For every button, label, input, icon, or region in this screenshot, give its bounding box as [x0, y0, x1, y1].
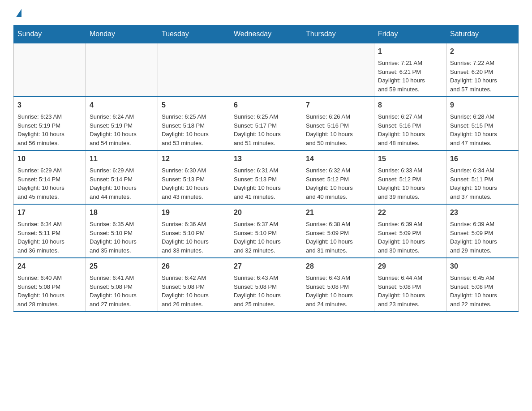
calendar-cell: [86, 43, 158, 97]
day-info: Sunrise: 6:32 AM: [306, 166, 370, 175]
day-info: Sunset: 5:09 PM: [306, 229, 370, 238]
day-info: Sunrise: 6:39 AM: [378, 220, 442, 229]
day-number: 6: [234, 100, 298, 111]
day-info: Sunrise: 6:41 AM: [90, 274, 154, 283]
day-info: Sunset: 5:14 PM: [90, 175, 154, 184]
day-info: and 41 minutes.: [234, 193, 298, 201]
logo-triangle-icon: [16, 9, 21, 17]
calendar-week-row: 3Sunrise: 6:23 AMSunset: 5:19 PMDaylight…: [14, 97, 519, 150]
day-number: 23: [450, 207, 515, 218]
day-info: and 51 minutes.: [234, 139, 298, 148]
day-info: Sunrise: 6:26 AM: [306, 112, 370, 121]
day-info: and 26 minutes.: [162, 300, 226, 309]
day-info: Sunrise: 6:34 AM: [450, 166, 515, 175]
day-info: Daylight: 10 hours: [234, 130, 298, 139]
calendar-cell: [14, 43, 86, 97]
calendar-cell: 6Sunrise: 6:25 AMSunset: 5:17 PMDaylight…: [230, 97, 302, 150]
day-info: Daylight: 10 hours: [90, 291, 154, 300]
day-info: Daylight: 10 hours: [378, 237, 442, 246]
day-info: Daylight: 10 hours: [306, 184, 370, 193]
day-header-tuesday: Tuesday: [158, 26, 230, 43]
day-info: Sunset: 6:20 PM: [450, 68, 515, 77]
day-info: Sunrise: 6:36 AM: [162, 220, 226, 229]
day-info: Daylight: 10 hours: [162, 184, 226, 193]
day-info: and 54 minutes.: [90, 139, 154, 148]
calendar-cell: 23Sunrise: 6:39 AMSunset: 5:09 PMDayligh…: [446, 204, 519, 258]
calendar-cell: 10Sunrise: 6:29 AMSunset: 5:14 PMDayligh…: [14, 150, 86, 204]
day-info: Sunrise: 6:34 AM: [17, 220, 82, 229]
day-info: Sunset: 5:08 PM: [17, 283, 82, 291]
calendar-header-row: SundayMondayTuesdayWednesdayThursdayFrid…: [14, 26, 519, 43]
calendar-cell: 13Sunrise: 6:31 AMSunset: 5:13 PMDayligh…: [230, 150, 302, 204]
day-number: 30: [450, 261, 515, 272]
calendar-cell: [302, 43, 374, 97]
day-info: Sunset: 5:16 PM: [306, 121, 370, 130]
day-info: Sunset: 6:21 PM: [378, 68, 442, 77]
day-number: 8: [378, 100, 442, 111]
day-info: Daylight: 10 hours: [90, 130, 154, 139]
calendar-cell: 16Sunrise: 6:34 AMSunset: 5:11 PMDayligh…: [446, 150, 519, 204]
day-info: Daylight: 10 hours: [234, 184, 298, 193]
day-info: Sunrise: 7:22 AM: [450, 59, 515, 68]
logo-area: [13, 9, 21, 16]
day-number: 17: [17, 207, 82, 218]
calendar-cell: [230, 43, 302, 97]
day-info: Sunrise: 6:44 AM: [378, 274, 442, 283]
day-info: Sunrise: 7:21 AM: [378, 59, 442, 68]
day-info: Daylight: 10 hours: [378, 291, 442, 300]
day-header-friday: Friday: [374, 26, 446, 43]
day-info: Sunset: 5:08 PM: [450, 283, 515, 291]
day-info: and 28 minutes.: [17, 300, 82, 309]
day-info: Daylight: 10 hours: [378, 184, 442, 193]
day-number: 1: [378, 46, 442, 57]
day-header-thursday: Thursday: [302, 26, 374, 43]
calendar-cell: 11Sunrise: 6:29 AMSunset: 5:14 PMDayligh…: [86, 150, 158, 204]
calendar-week-row: 10Sunrise: 6:29 AMSunset: 5:14 PMDayligh…: [14, 150, 519, 204]
day-info: Sunset: 5:08 PM: [90, 283, 154, 291]
day-info: Sunrise: 6:30 AM: [162, 166, 226, 175]
day-info: Sunset: 5:08 PM: [378, 283, 442, 291]
day-info: Sunset: 5:10 PM: [162, 229, 226, 238]
day-number: 20: [234, 207, 298, 218]
day-number: 13: [234, 154, 298, 164]
day-info: Daylight: 10 hours: [162, 130, 226, 139]
calendar-cell: 18Sunrise: 6:35 AMSunset: 5:10 PMDayligh…: [86, 204, 158, 258]
day-info: Sunset: 5:09 PM: [378, 229, 442, 238]
day-header-sunday: Sunday: [14, 26, 86, 43]
day-info: Sunrise: 6:29 AM: [17, 166, 82, 175]
calendar-cell: 20Sunrise: 6:37 AMSunset: 5:10 PMDayligh…: [230, 204, 302, 258]
day-number: 24: [17, 261, 82, 272]
calendar-cell: 1Sunrise: 7:21 AMSunset: 6:21 PMDaylight…: [374, 43, 446, 97]
calendar-cell: 9Sunrise: 6:28 AMSunset: 5:15 PMDaylight…: [446, 97, 519, 150]
day-info: and 39 minutes.: [378, 193, 442, 201]
calendar-cell: 4Sunrise: 6:24 AMSunset: 5:19 PMDaylight…: [86, 97, 158, 150]
day-info: and 47 minutes.: [450, 139, 515, 148]
day-info: Sunrise: 6:31 AM: [234, 166, 298, 175]
day-info: Sunset: 5:15 PM: [450, 121, 515, 130]
day-info: and 24 minutes.: [306, 300, 370, 309]
day-number: 11: [90, 154, 154, 164]
day-info: and 29 minutes.: [450, 246, 515, 255]
day-number: 3: [17, 100, 82, 111]
calendar-cell: 3Sunrise: 6:23 AMSunset: 5:19 PMDaylight…: [14, 97, 86, 150]
calendar-week-row: 17Sunrise: 6:34 AMSunset: 5:11 PMDayligh…: [14, 204, 519, 258]
day-info: Sunrise: 6:37 AM: [234, 220, 298, 229]
day-info: Daylight: 10 hours: [234, 291, 298, 300]
calendar-cell: 19Sunrise: 6:36 AMSunset: 5:10 PMDayligh…: [158, 204, 230, 258]
day-info: Sunrise: 6:27 AM: [378, 112, 442, 121]
day-number: 27: [234, 261, 298, 272]
day-number: 12: [162, 154, 226, 164]
calendar-cell: 27Sunrise: 6:43 AMSunset: 5:08 PMDayligh…: [230, 258, 302, 312]
day-info: Sunset: 5:08 PM: [162, 283, 226, 291]
day-number: 9: [450, 100, 515, 111]
day-info: Sunrise: 6:40 AM: [17, 274, 82, 283]
day-info: Daylight: 10 hours: [234, 237, 298, 246]
day-info: Sunset: 5:16 PM: [378, 121, 442, 130]
calendar-cell: 22Sunrise: 6:39 AMSunset: 5:09 PMDayligh…: [374, 204, 446, 258]
day-info: Sunset: 5:14 PM: [17, 175, 82, 184]
day-number: 22: [378, 207, 442, 218]
day-info: Sunrise: 6:25 AM: [162, 112, 226, 121]
day-info: and 27 minutes.: [90, 300, 154, 309]
day-number: 14: [306, 154, 370, 164]
day-info: and 50 minutes.: [306, 139, 370, 148]
